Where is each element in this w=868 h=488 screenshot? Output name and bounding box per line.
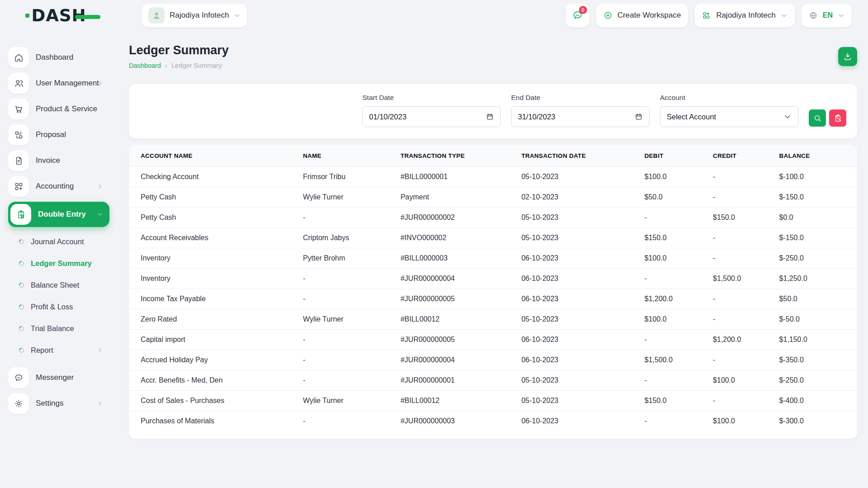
table-cell: -	[706, 167, 772, 187]
messages-badge: 0	[579, 6, 587, 14]
table-cell: -	[637, 411, 706, 431]
sidebar-subitem-trial-balance[interactable]: Trial Balance	[0, 317, 109, 339]
table-cell: 06-10-2023	[514, 330, 637, 350]
sidebar-item-messenger[interactable]: Messenger	[8, 367, 109, 388]
sidebar-subitem-balance-sheet[interactable]: Balance Sheet	[0, 274, 109, 296]
table-cell: -	[296, 269, 394, 289]
table-cell: $-350.0	[772, 350, 857, 370]
search-icon	[813, 114, 822, 123]
sidebar-item-label: Double Entry	[38, 210, 86, 219]
chevron-down-icon	[783, 113, 792, 121]
table-cell: -	[296, 289, 394, 309]
table-cell: Wylie Turner	[296, 187, 394, 208]
table-cell: #JUR000000001	[393, 370, 514, 391]
table-cell: -	[706, 248, 772, 269]
table-body: Checking AccountFrimsor Tribu#BILL000000…	[129, 167, 857, 431]
breadcrumb-dashboard-link[interactable]: Dashboard	[129, 62, 161, 69]
table-row: Inventory-#JUR00000000406-10-2023-$1,500…	[129, 269, 857, 289]
sidebar-item-label: Dashboard	[36, 53, 73, 62]
account-select[interactable]: Select Account	[660, 106, 798, 127]
sidebar-item-label: Product & Service	[36, 104, 97, 114]
chevron-right-icon	[97, 183, 103, 190]
create-workspace-button[interactable]: Create Workspace	[596, 4, 688, 27]
search-button[interactable]	[809, 109, 826, 127]
workspace-user-menu[interactable]: Rajodiya Infotech	[142, 4, 247, 27]
app-logo[interactable]: DASH	[0, 6, 118, 25]
table-cell: #BILL00012	[393, 391, 514, 411]
sidebar-item-dashboard[interactable]: Dashboard	[8, 47, 109, 68]
ledger-table-card: ACCOUNT NAMENAMETRANSACTION TYPETRANSACT…	[129, 145, 857, 439]
bullet-icon	[18, 281, 25, 289]
table-cell: $100.0	[706, 370, 772, 391]
filter-buttons	[809, 109, 846, 127]
sidebar-bottom-nav: MessengerSettings	[0, 367, 118, 414]
table-cell: 06-10-2023	[514, 411, 637, 431]
table-row: Accr. Benefits - Med, Den-#JUR0000000010…	[129, 370, 857, 391]
table-cell: -	[637, 370, 706, 391]
table-cell: Cost of Sales - Purchases	[129, 391, 296, 411]
chevron-down-icon	[97, 211, 103, 218]
sidebar-subitem-journal-account[interactable]: Journal Account	[0, 231, 109, 252]
gear-icon	[8, 393, 29, 414]
column-header-credit: CREDIT	[706, 145, 772, 167]
sidebar-item-product-service[interactable]: Product & Service	[8, 99, 109, 119]
proposal-icon	[8, 124, 29, 145]
table-cell: 05-10-2023	[514, 208, 637, 228]
sidebar-subitem-ledger-summary[interactable]: Ledger Summary	[0, 252, 109, 274]
bullet-icon	[18, 303, 25, 310]
table-cell: Wylie Turner	[296, 391, 394, 411]
table-cell: $1,200.0	[706, 330, 772, 350]
start-date-label: Start Date	[362, 94, 501, 102]
table-row: Petty Cash-#JUR00000000205-10-2023-$150.…	[129, 208, 857, 228]
sidebar-item-invoice[interactable]: Invoice	[8, 150, 109, 171]
start-date-input[interactable]: 01/10/2023	[362, 106, 501, 127]
table-cell: Purchases of Materials	[129, 411, 296, 431]
messages-button[interactable]: 0	[566, 4, 589, 27]
column-header-account-name: ACCOUNT NAME	[129, 145, 296, 167]
table-cell: $1,150.0	[772, 330, 857, 350]
table-cell: Pytter Brohm	[296, 248, 394, 269]
table-cell: -	[706, 391, 772, 411]
table-cell: Accrued Holiday Pay	[129, 350, 296, 370]
breadcrumb-separator-icon: ›	[165, 62, 167, 69]
table-cell: $150.0	[637, 391, 706, 411]
sidebar-item-user-management[interactable]: User Management	[8, 73, 109, 94]
table-cell: -	[637, 208, 706, 228]
bullet-icon	[18, 325, 25, 332]
table-cell: $150.0	[706, 208, 772, 228]
account-selected-value: Select Account	[667, 113, 716, 121]
sidebar-sub-nav: Journal AccountLedger SummaryBalance She…	[0, 231, 118, 361]
sidebar-subitem-profit-loss[interactable]: Profit & Loss	[0, 296, 109, 317]
table-cell: -	[296, 350, 394, 370]
sidebar-item-proposal[interactable]: Proposal	[8, 124, 109, 145]
main-content: Ledger Summary Dashboard › Ledger Summar…	[118, 31, 868, 488]
sidebar-main-nav: DashboardUser ManagementProduct & Servic…	[0, 47, 118, 227]
table-cell: Inventory	[129, 269, 296, 289]
table-cell: $100.0	[637, 248, 706, 269]
reset-filter-button[interactable]	[829, 109, 846, 127]
end-date-value: 31/10/2023	[518, 113, 555, 121]
sidebar-item-double-entry[interactable]: Double Entry	[8, 202, 109, 227]
table-row: Cost of Sales - PurchasesWylie Turner#BI…	[129, 391, 857, 411]
table-cell: -	[706, 309, 772, 330]
cart-icon	[8, 99, 29, 119]
table-cell: $-250.0	[772, 370, 857, 391]
account-label: Account	[660, 94, 798, 102]
plus-circle-icon	[603, 11, 612, 20]
sidebar-item-settings[interactable]: Settings	[8, 393, 109, 414]
language-menu[interactable]: EN	[802, 4, 852, 27]
table-cell: Income Tax Payable	[129, 289, 296, 309]
table-cell: #JUR000000004	[393, 350, 514, 370]
sidebar-item-accounting[interactable]: Accounting	[8, 176, 109, 197]
sidebar-item-label: Settings	[36, 399, 63, 408]
company-menu[interactable]: Rajodiya Infotech	[695, 4, 794, 27]
sidebar-subitem-label: Journal Account	[31, 237, 84, 246]
calendar-icon	[635, 113, 643, 121]
bullet-icon	[18, 260, 25, 267]
bullet-icon	[18, 238, 25, 245]
table-cell: 06-10-2023	[514, 350, 637, 370]
end-date-input[interactable]: 31/10/2023	[511, 106, 650, 127]
sidebar-subitem-report[interactable]: Report	[0, 339, 109, 361]
download-button[interactable]	[838, 47, 857, 66]
table-cell: -	[296, 330, 394, 350]
